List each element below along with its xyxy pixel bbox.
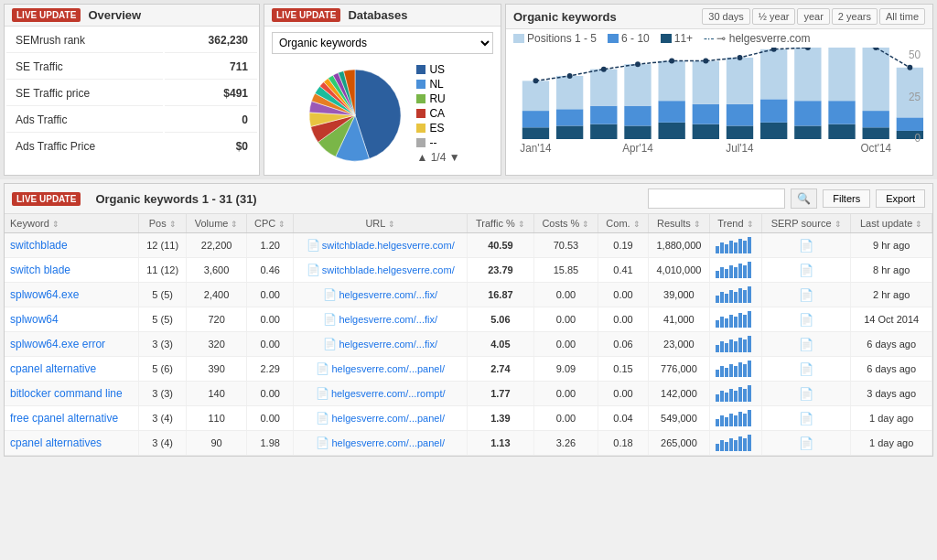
bar-chart-area: Jan'14Apr'14Jul'14Oct'1402550: [506, 48, 932, 167]
keyword-link[interactable]: bitlocker command line: [10, 387, 123, 400]
url-link[interactable]: helgesverre.com/...panel/: [331, 413, 445, 424]
databases-panel: LIVE UPDATE Databases Organic keywords U…: [264, 4, 501, 176]
table-header: LIVE UPDATE Organic keywords 1 - 31 (31)…: [5, 184, 932, 214]
time-period-button[interactable]: ½ year: [752, 8, 796, 25]
url-cell[interactable]: 📄helgesverre.com/...fix/: [294, 307, 468, 332]
overview-title: Overview: [88, 8, 141, 22]
svg-rect-19: [727, 104, 753, 126]
url-cell[interactable]: 📄helgesverre.com/...fix/: [294, 332, 468, 357]
keyword-link[interactable]: cpanel alternatives: [10, 436, 102, 449]
url-link[interactable]: switchblade.helgesverre.com/: [322, 240, 455, 251]
url-cell[interactable]: 📄switchblade.helgesverre.com/: [294, 233, 468, 258]
time-period-button[interactable]: year: [797, 8, 829, 25]
results-cell: 39,000: [648, 283, 709, 307]
keyword-link[interactable]: cpanel alternative: [10, 362, 96, 375]
traffic-cell: 2.74: [468, 357, 534, 382]
table-column-header[interactable]: CPC ⇕: [247, 214, 294, 233]
keyword-link[interactable]: splwow64.exe: [10, 288, 79, 301]
keyword-cell[interactable]: splwow64.exe error: [5, 332, 139, 357]
overview-row: SE Traffic711: [6, 55, 257, 80]
table-column-header[interactable]: Volume ⇕: [187, 214, 247, 233]
url-cell[interactable]: 📄helgesverre.com/...panel/: [294, 406, 468, 431]
svg-rect-5: [556, 76, 583, 109]
cpc-cell: 1.20: [247, 233, 294, 258]
keyword-cell[interactable]: switchblade: [5, 233, 139, 258]
overview-row: SEMrush rank362,230: [6, 28, 257, 53]
overview-value: 711: [165, 55, 257, 80]
overview-table: SEMrush rank362,230SE Traffic711SE Traff…: [5, 27, 259, 160]
svg-point-44: [567, 73, 573, 79]
table-controls: 🔍 Filters Export: [648, 188, 925, 209]
svg-rect-3: [556, 125, 583, 139]
keyword-link[interactable]: splwow64.exe error: [10, 338, 105, 350]
last-update-cell: 6 days ago: [851, 332, 932, 357]
time-period-button[interactable]: 2 years: [832, 8, 878, 25]
url-link[interactable]: helgesverre.com/...fix/: [339, 339, 437, 350]
traffic-cell: 16.87: [468, 283, 534, 307]
url-link[interactable]: helgesverre.com/...fix/: [339, 289, 437, 300]
url-cell[interactable]: 📄helgesverre.com/...panel/: [294, 431, 468, 456]
keyword-cell[interactable]: bitlocker command line: [5, 382, 139, 406]
svg-rect-4: [556, 109, 583, 125]
table-search-button[interactable]: 🔍: [791, 188, 817, 209]
table-column-header[interactable]: Keyword ⇕: [5, 214, 139, 233]
svg-rect-14: [658, 61, 684, 102]
table-column-header[interactable]: Pos ⇕: [139, 214, 187, 233]
table-column-header[interactable]: URL ⇕: [294, 214, 468, 233]
table-column-header[interactable]: Costs % ⇕: [533, 214, 598, 233]
db-dropdown[interactable]: Organic keywords: [272, 32, 493, 54]
url-cell[interactable]: 📄helgesverre.com/...rompt/: [294, 382, 468, 406]
url-link[interactable]: helgesverre.com/...rompt/: [331, 388, 446, 399]
table-column-header[interactable]: Results ⇕: [648, 214, 709, 233]
keyword-cell[interactable]: splwow64: [5, 307, 139, 332]
table-column-header[interactable]: Com. ⇕: [598, 214, 649, 233]
table-column-header[interactable]: Trend ⇕: [710, 214, 762, 233]
pos-cell: 12 (11): [139, 233, 187, 258]
url-cell[interactable]: 📄helgesverre.com/...fix/: [294, 283, 468, 307]
last-update-cell: 8 hr ago: [851, 258, 932, 283]
url-link[interactable]: helgesverre.com/...panel/: [331, 363, 445, 374]
last-update-cell: 2 hr ago: [851, 283, 932, 307]
time-period-button[interactable]: All time: [879, 8, 925, 25]
db-select-row[interactable]: Organic keywords: [264, 27, 501, 59]
table-export-button[interactable]: Export: [876, 189, 925, 208]
costs-cell: 0.00: [533, 406, 598, 431]
keyword-cell[interactable]: splwow64.exe: [5, 283, 139, 307]
table-search-input[interactable]: [648, 188, 785, 209]
keyword-link[interactable]: switch blade: [10, 264, 70, 276]
overview-row: Ads Traffic Price$0: [6, 135, 257, 158]
keyword-link[interactable]: switchblade: [10, 239, 68, 252]
url-link[interactable]: helgesverre.com/...fix/: [339, 314, 437, 325]
chart-legend-item: 6 - 10: [608, 32, 650, 45]
table-column-header[interactable]: Last update ⇕: [851, 214, 932, 233]
keyword-link[interactable]: splwow64: [10, 313, 59, 326]
costs-cell: 70.53: [533, 233, 598, 258]
table-filters-button[interactable]: Filters: [823, 189, 870, 208]
svg-rect-9: [624, 125, 651, 139]
volume-cell: 390: [187, 357, 247, 382]
keyword-link[interactable]: free cpanel alternative: [10, 412, 118, 425]
url-link[interactable]: switchblade.helgesverre.com/: [322, 264, 455, 275]
time-period-button[interactable]: 30 days: [702, 8, 750, 25]
svg-rect-24: [794, 125, 821, 139]
keyword-cell[interactable]: cpanel alternative: [5, 357, 139, 382]
com-cell: 0.00: [598, 382, 649, 406]
pos-cell: 5 (5): [139, 283, 187, 307]
svg-text:Jul'14: Jul'14: [726, 142, 754, 155]
table-column-header[interactable]: Traffic % ⇕: [468, 214, 534, 233]
databases-title: Databases: [348, 8, 407, 22]
url-link[interactable]: helgesverre.com/...panel/: [331, 437, 445, 448]
pos-cell: 3 (3): [139, 382, 187, 406]
keyword-cell[interactable]: switch blade: [5, 258, 139, 283]
traffic-cell: 40.59: [468, 233, 534, 258]
url-cell[interactable]: 📄switchblade.helgesverre.com/: [294, 258, 468, 283]
url-cell[interactable]: 📄helgesverre.com/...panel/: [294, 357, 468, 382]
db-chart-area: USNLRUCAES-- ▲ 1/4 ▼: [264, 59, 501, 175]
svg-rect-29: [828, 48, 855, 101]
last-update-cell: 1 day ago: [851, 431, 932, 456]
keyword-cell[interactable]: free cpanel alternative: [5, 406, 139, 431]
svg-rect-32: [863, 48, 889, 111]
last-update-cell: 14 Oct 2014: [851, 307, 932, 332]
keyword-cell[interactable]: cpanel alternatives: [5, 431, 139, 456]
table-column-header[interactable]: SERP source ⇕: [761, 214, 851, 233]
